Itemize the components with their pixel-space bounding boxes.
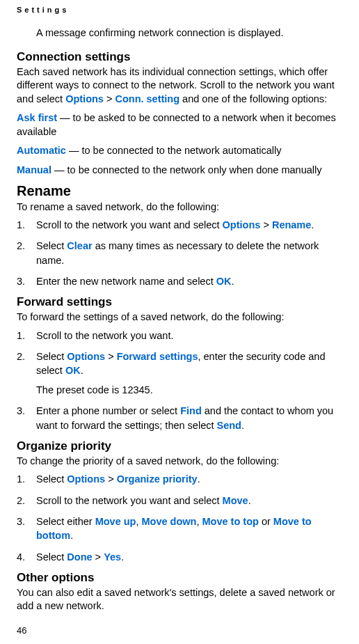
rename-label: Rename — [272, 219, 311, 230]
heading-other-options: Other options — [17, 571, 342, 585]
intro-message: A message confirming network connection … — [36, 26, 342, 40]
forward-sub-note: The preset code is 12345. — [17, 384, 342, 398]
forward-steps-continued: Enter a phone number or select Find and … — [17, 404, 342, 432]
separator: > — [104, 93, 115, 104]
text: Select — [36, 473, 67, 485]
option-manual: Manual — to be connected to the network … — [17, 164, 342, 178]
text: or — [259, 516, 273, 527]
separator: > — [260, 219, 272, 230]
text: . — [241, 420, 244, 431]
text: . — [198, 473, 200, 485]
ok-label: OK — [65, 365, 81, 376]
text: . — [81, 365, 83, 376]
text: , — [136, 516, 141, 527]
text: . — [248, 495, 251, 506]
heading-forward-settings: Forward settings — [17, 295, 342, 309]
ask-first-label: Ask first — [17, 112, 57, 123]
move-down-label: Move down — [142, 516, 197, 527]
text: Select — [36, 240, 67, 251]
manual-label: Manual — [17, 164, 51, 175]
list-item: Select either Move up, Move down, Move t… — [17, 515, 342, 543]
list-item: Select Options > Organize priority. — [17, 472, 342, 486]
text: . — [121, 551, 124, 563]
text: Enter the new network name and select — [36, 276, 216, 287]
text: Select — [36, 351, 67, 362]
organize-steps: Select Options > Organize priority. Scro… — [17, 472, 342, 563]
list-item: Select Options > Forward settings, enter… — [17, 350, 342, 378]
forward-settings-label: Forward settings — [117, 351, 198, 362]
connection-settings-intro: Each saved network has its individual co… — [17, 65, 342, 107]
text: Scroll to the network you want and selec… — [36, 495, 223, 506]
heading-organize-priority: Organize priority — [17, 439, 342, 453]
text: . — [311, 219, 314, 230]
rename-intro: To rename a saved network, do the follow… — [17, 201, 342, 214]
conn-setting-label: Conn. setting — [115, 93, 180, 104]
text: — to be connected to the network automat… — [66, 145, 282, 156]
list-item: Scroll to the network you want and selec… — [17, 218, 342, 232]
find-label: Find — [180, 405, 202, 416]
separator: > — [105, 473, 117, 485]
yes-label: Yes — [104, 551, 121, 563]
move-to-top-label: Move to top — [202, 516, 259, 527]
list-item: Enter a phone number or select Find and … — [17, 404, 342, 432]
organize-intro: To change the priority of a saved networ… — [17, 455, 342, 469]
text: Select either — [36, 516, 95, 527]
list-item: Select Clear as many times as necessary … — [17, 239, 342, 267]
text: Select — [36, 551, 67, 563]
text: . — [70, 530, 73, 541]
heading-connection-settings: Connection settings — [17, 50, 342, 64]
send-label: Send — [217, 420, 241, 431]
options-label: Options — [67, 351, 105, 362]
option-ask-first: Ask first — to be asked to be connected … — [17, 111, 342, 139]
organize-priority-label: Organize priority — [117, 473, 198, 485]
done-label: Done — [67, 551, 92, 563]
forward-steps: Scroll to the network you want. Select O… — [17, 329, 342, 378]
list-item: Scroll to the network you want and selec… — [17, 494, 342, 508]
move-label: Move — [223, 495, 248, 506]
forward-intro: To forward the settings of a saved netwo… — [17, 311, 342, 324]
options-label: Options — [65, 93, 104, 104]
clear-label: Clear — [67, 240, 92, 251]
text: Enter a phone number or select — [36, 405, 180, 416]
running-header: Settings — [17, 6, 342, 14]
list-item: Enter the new network name and select OK… — [17, 274, 342, 288]
options-label: Options — [67, 473, 105, 485]
text: . — [231, 276, 234, 287]
separator: > — [93, 551, 104, 563]
text: Scroll to the network you want and selec… — [36, 219, 223, 230]
move-up-label: Move up — [95, 516, 136, 527]
ok-label: OK — [216, 276, 232, 287]
options-label: Options — [223, 219, 261, 230]
page-number: 46 — [17, 625, 26, 636]
option-automatic: Automatic — to be connected to the netwo… — [17, 144, 342, 158]
heading-rename: Rename — [17, 183, 342, 199]
separator: > — [105, 351, 117, 362]
list-item: Scroll to the network you want. — [17, 329, 342, 343]
other-options-text: You can also edit a saved network's sett… — [17, 586, 342, 613]
text: — to be connected to the network only wh… — [51, 164, 322, 175]
automatic-label: Automatic — [17, 145, 66, 156]
text: , — [196, 516, 202, 527]
rename-steps: Scroll to the network you want and selec… — [17, 218, 342, 288]
list-item: Select Done > Yes. — [17, 550, 342, 564]
text: and one of the following options: — [180, 93, 327, 104]
text: — to be asked to be connected to a netwo… — [17, 112, 336, 137]
